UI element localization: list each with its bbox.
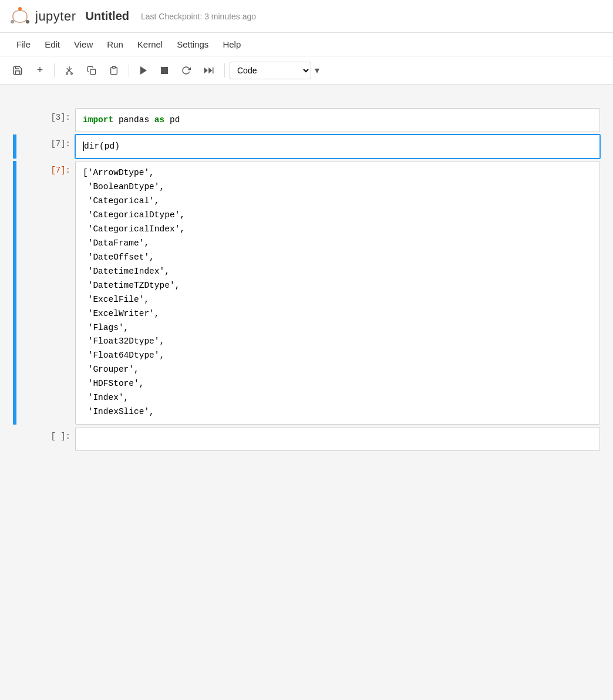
menu-file[interactable]: File [9,37,38,52]
cell-3-prompt: [ ]: [16,427,75,451]
jupyter-logo: jupyter [9,6,76,27]
cell-2-content[interactable]: dir(pd) [75,134,600,159]
jupyter-logo-icon [9,6,31,27]
jupyter-text: jupyter [35,9,76,24]
restart-button[interactable] [176,61,196,80]
svg-marker-13 [208,67,212,73]
menu-kernel[interactable]: Kernel [130,37,170,52]
menu-settings[interactable]: Settings [170,37,215,52]
svg-rect-11 [161,67,168,74]
notebook-area: [3]: import pandas as pd [7]: dir(pd) [7… [0,85,613,700]
run-button[interactable] [134,61,153,80]
menu-edit[interactable]: Edit [38,37,67,52]
svg-point-3 [66,73,68,75]
cell-3-code[interactable] [76,428,599,450]
cell-1-wrapper: [3]: import pandas as pd [13,108,600,132]
menu-bar: File Edit View Run Kernel Settings Help [0,33,613,56]
cell-2-code[interactable]: dir(pd) [76,135,599,158]
svg-rect-8 [90,69,96,75]
cell-2-output-content: ['ArrowDtype', 'BooleanDtype', 'Categori… [75,161,600,425]
cut-button[interactable] [59,61,79,80]
keyword-import: import [83,115,113,124]
toolbar-divider-1 [54,63,55,78]
keyword-as: as [154,115,164,124]
fast-forward-button[interactable] [198,61,220,80]
title-bar: jupyter Untitled Last Checkpoint: 3 minu… [0,0,613,33]
cell-1-code[interactable]: import pandas as pd [76,109,599,132]
cell-2-wrapper: [7]: dir(pd) [13,134,600,159]
toolbar-divider-3 [224,63,225,78]
svg-point-4 [71,73,73,75]
add-cell-button[interactable]: + [31,61,49,80]
svg-point-2 [26,20,29,23]
cell-1-content[interactable]: import pandas as pd [75,108,600,132]
notebook-title[interactable]: Untitled [86,9,129,23]
menu-run[interactable]: Run [100,37,130,52]
cell-2-output-prompt: [7]: [16,161,75,425]
save-button[interactable] [7,61,28,80]
svg-point-0 [18,7,22,11]
menu-help[interactable]: Help [215,37,248,52]
svg-marker-10 [140,66,147,75]
cell-type-dropdown-icon: ▾ [315,65,319,76]
svg-marker-12 [204,67,208,73]
menu-view[interactable]: View [67,37,100,52]
cell-2-output-text: ['ArrowDtype', 'BooleanDtype', 'Categori… [76,161,599,424]
copy-button[interactable] [82,61,102,80]
cell-1-prompt: [3]: [16,108,75,132]
cell-3-content[interactable] [75,427,600,451]
svg-rect-9 [112,66,115,68]
stop-button[interactable] [155,61,174,80]
toolbar: + [0,56,613,85]
cell-type-select[interactable]: Code Markdown Raw NBConvert Heading [230,62,311,79]
checkpoint-info: Last Checkpoint: 3 minutes ago [141,12,256,21]
svg-point-1 [11,20,14,23]
cell-2-prompt: [7]: [16,134,75,159]
cell-3-wrapper: [ ]: [13,427,600,451]
cell-2-output-wrapper: [7]: ['ArrowDtype', 'BooleanDtype', 'Cat… [13,161,600,425]
toolbar-divider-2 [129,63,129,78]
paste-button[interactable] [104,61,124,80]
